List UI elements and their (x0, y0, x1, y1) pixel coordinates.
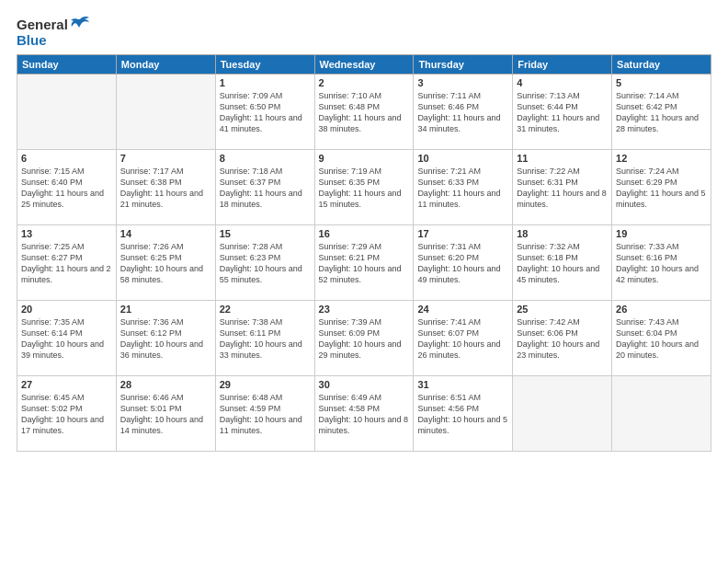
day-number: 22 (220, 304, 311, 315)
day-number: 9 (319, 153, 410, 164)
day-info: Sunrise: 7:36 AMSunset: 6:12 PMDaylight:… (120, 316, 211, 362)
logo: General Blue (17, 17, 90, 49)
day-number: 14 (120, 228, 211, 239)
header: General Blue (17, 17, 711, 49)
calendar-day-cell: 26Sunrise: 7:43 AMSunset: 6:04 PMDayligh… (612, 301, 711, 376)
calendar-day-cell: 30Sunrise: 6:49 AMSunset: 4:58 PMDayligh… (314, 376, 414, 452)
day-number: 10 (417, 153, 508, 164)
day-info: Sunrise: 7:32 AMSunset: 6:18 PMDaylight:… (517, 241, 608, 286)
day-number: 6 (21, 153, 112, 164)
day-info: Sunrise: 7:43 AMSunset: 6:04 PMDaylight:… (616, 316, 707, 362)
day-info: Sunrise: 7:29 AMSunset: 6:21 PMDaylight:… (319, 241, 410, 286)
calendar-day-cell: 2Sunrise: 7:10 AMSunset: 6:48 PMDaylight… (314, 75, 414, 150)
day-info: Sunrise: 7:25 AMSunset: 6:27 PMDaylight:… (21, 241, 112, 286)
day-info: Sunrise: 7:17 AMSunset: 6:38 PMDaylight:… (120, 166, 211, 211)
day-number: 25 (517, 304, 608, 315)
calendar-day-cell: 1Sunrise: 7:09 AMSunset: 6:50 PMDaylight… (215, 75, 314, 150)
day-info: Sunrise: 7:10 AMSunset: 6:48 PMDaylight:… (319, 90, 410, 135)
day-number: 2 (319, 77, 410, 88)
day-info: Sunrise: 7:39 AMSunset: 6:09 PMDaylight:… (319, 316, 410, 362)
calendar-day-cell (612, 376, 711, 452)
day-number: 5 (616, 77, 707, 88)
day-number: 15 (220, 228, 311, 239)
day-number: 1 (220, 77, 311, 88)
day-number: 8 (220, 153, 311, 164)
calendar-day-cell: 6Sunrise: 7:15 AMSunset: 6:40 PMDaylight… (17, 150, 117, 225)
day-info: Sunrise: 7:35 AMSunset: 6:14 PMDaylight:… (21, 316, 112, 362)
calendar-day-cell: 7Sunrise: 7:17 AMSunset: 6:38 PMDaylight… (116, 150, 215, 225)
weekday-header-saturday: Saturday (612, 55, 711, 75)
day-number: 19 (616, 228, 707, 239)
weekday-header-tuesday: Tuesday (215, 55, 314, 75)
calendar-week-row: 13Sunrise: 7:25 AMSunset: 6:27 PMDayligh… (17, 225, 711, 301)
day-number: 12 (616, 153, 707, 164)
day-number: 16 (319, 228, 410, 239)
calendar-day-cell: 19Sunrise: 7:33 AMSunset: 6:16 PMDayligh… (612, 225, 711, 301)
calendar-day-cell: 18Sunrise: 7:32 AMSunset: 6:18 PMDayligh… (513, 225, 612, 301)
day-info: Sunrise: 7:31 AMSunset: 6:20 PMDaylight:… (417, 241, 508, 286)
calendar-day-cell: 24Sunrise: 7:41 AMSunset: 6:07 PMDayligh… (414, 301, 513, 376)
day-number: 31 (417, 379, 508, 390)
day-info: Sunrise: 7:33 AMSunset: 6:16 PMDaylight:… (616, 241, 707, 286)
logo-blue: Blue (17, 32, 47, 48)
calendar-day-cell (116, 75, 215, 150)
day-number: 13 (21, 228, 112, 239)
calendar-day-cell: 31Sunrise: 6:51 AMSunset: 4:56 PMDayligh… (414, 376, 513, 452)
calendar-week-row: 27Sunrise: 6:45 AMSunset: 5:02 PMDayligh… (17, 376, 711, 452)
logo-general: General (17, 17, 68, 32)
day-number: 11 (517, 153, 608, 164)
day-info: Sunrise: 6:48 AMSunset: 4:59 PMDaylight:… (220, 392, 311, 437)
calendar-day-cell: 12Sunrise: 7:24 AMSunset: 6:29 PMDayligh… (612, 150, 711, 225)
weekday-header-sunday: Sunday (17, 55, 117, 75)
day-number: 30 (319, 379, 410, 390)
day-number: 21 (120, 304, 211, 315)
calendar-table: SundayMondayTuesdayWednesdayThursdayFrid… (17, 54, 711, 452)
day-number: 29 (220, 379, 311, 390)
calendar-day-cell: 27Sunrise: 6:45 AMSunset: 5:02 PMDayligh… (17, 376, 117, 452)
calendar-week-row: 6Sunrise: 7:15 AMSunset: 6:40 PMDaylight… (17, 150, 711, 225)
calendar-day-cell: 17Sunrise: 7:31 AMSunset: 6:20 PMDayligh… (414, 225, 513, 301)
day-info: Sunrise: 7:18 AMSunset: 6:37 PMDaylight:… (220, 166, 311, 211)
logo-bird-icon (70, 16, 90, 32)
weekday-header-wednesday: Wednesday (314, 55, 414, 75)
day-info: Sunrise: 7:42 AMSunset: 6:06 PMDaylight:… (517, 316, 608, 362)
day-number: 20 (21, 304, 112, 315)
day-number: 7 (120, 153, 211, 164)
calendar-day-cell: 21Sunrise: 7:36 AMSunset: 6:12 PMDayligh… (116, 301, 215, 376)
day-info: Sunrise: 7:21 AMSunset: 6:33 PMDaylight:… (417, 166, 508, 211)
calendar-week-row: 20Sunrise: 7:35 AMSunset: 6:14 PMDayligh… (17, 301, 711, 376)
day-number: 17 (417, 228, 508, 239)
day-info: Sunrise: 7:19 AMSunset: 6:35 PMDaylight:… (319, 166, 410, 211)
day-info: Sunrise: 7:24 AMSunset: 6:29 PMDaylight:… (616, 166, 707, 211)
day-info: Sunrise: 7:41 AMSunset: 6:07 PMDaylight:… (417, 316, 508, 362)
day-info: Sunrise: 7:11 AMSunset: 6:46 PMDaylight:… (417, 90, 508, 135)
weekday-header-monday: Monday (116, 55, 215, 75)
calendar-day-cell: 5Sunrise: 7:14 AMSunset: 6:42 PMDaylight… (612, 75, 711, 150)
day-number: 24 (417, 304, 508, 315)
weekday-header-row: SundayMondayTuesdayWednesdayThursdayFrid… (17, 55, 711, 75)
calendar-day-cell: 3Sunrise: 7:11 AMSunset: 6:46 PMDaylight… (414, 75, 513, 150)
day-info: Sunrise: 7:13 AMSunset: 6:44 PMDaylight:… (517, 90, 608, 135)
day-number: 4 (517, 77, 608, 88)
calendar-day-cell: 11Sunrise: 7:22 AMSunset: 6:31 PMDayligh… (513, 150, 612, 225)
day-number: 27 (21, 379, 112, 390)
day-info: Sunrise: 7:09 AMSunset: 6:50 PMDaylight:… (220, 90, 311, 135)
day-info: Sunrise: 7:26 AMSunset: 6:25 PMDaylight:… (120, 241, 211, 286)
day-info: Sunrise: 7:38 AMSunset: 6:11 PMDaylight:… (220, 316, 311, 362)
calendar-day-cell: 15Sunrise: 7:28 AMSunset: 6:23 PMDayligh… (215, 225, 314, 301)
calendar-day-cell: 8Sunrise: 7:18 AMSunset: 6:37 PMDaylight… (215, 150, 314, 225)
day-info: Sunrise: 6:46 AMSunset: 5:01 PMDaylight:… (120, 392, 211, 437)
calendar-day-cell: 20Sunrise: 7:35 AMSunset: 6:14 PMDayligh… (17, 301, 117, 376)
day-info: Sunrise: 7:28 AMSunset: 6:23 PMDaylight:… (220, 241, 311, 286)
calendar-day-cell: 25Sunrise: 7:42 AMSunset: 6:06 PMDayligh… (513, 301, 612, 376)
day-number: 26 (616, 304, 707, 315)
day-info: Sunrise: 6:51 AMSunset: 4:56 PMDaylight:… (417, 392, 508, 437)
day-number: 18 (517, 228, 608, 239)
day-info: Sunrise: 6:49 AMSunset: 4:58 PMDaylight:… (319, 392, 410, 437)
weekday-header-thursday: Thursday (414, 55, 513, 75)
day-info: Sunrise: 7:14 AMSunset: 6:42 PMDaylight:… (616, 90, 707, 135)
day-number: 3 (417, 77, 508, 88)
calendar-day-cell: 13Sunrise: 7:25 AMSunset: 6:27 PMDayligh… (17, 225, 117, 301)
day-number: 23 (319, 304, 410, 315)
calendar-week-row: 1Sunrise: 7:09 AMSunset: 6:50 PMDaylight… (17, 75, 711, 150)
